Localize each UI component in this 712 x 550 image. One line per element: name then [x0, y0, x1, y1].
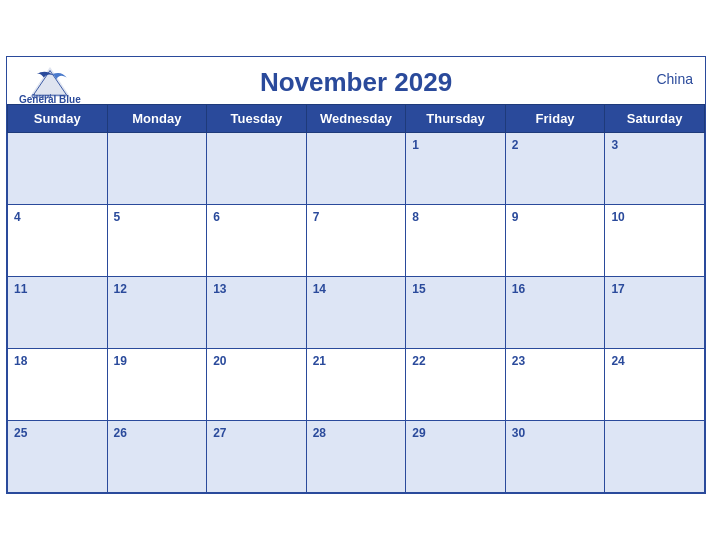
day-number: 16 — [512, 282, 525, 296]
header-monday: Monday — [107, 105, 207, 133]
day-number: 12 — [114, 282, 127, 296]
day-number: 28 — [313, 426, 326, 440]
header-saturday: Saturday — [605, 105, 705, 133]
calendar-day: 24 — [605, 349, 705, 421]
calendar-day: 1 — [406, 133, 506, 205]
calendar-day: 13 — [207, 277, 307, 349]
day-number: 23 — [512, 354, 525, 368]
calendar-day: 4 — [8, 205, 108, 277]
calendar-week-4: 18192021222324 — [8, 349, 705, 421]
calendar-week-5: 252627282930 — [8, 421, 705, 493]
calendar-day: 8 — [406, 205, 506, 277]
calendar-grid: Sunday Monday Tuesday Wednesday Thursday… — [7, 104, 705, 493]
calendar-day — [605, 421, 705, 493]
calendar-day: 28 — [306, 421, 406, 493]
day-number: 11 — [14, 282, 27, 296]
header-thursday: Thursday — [406, 105, 506, 133]
calendar-week-3: 11121314151617 — [8, 277, 705, 349]
calendar-day: 16 — [505, 277, 605, 349]
day-number: 17 — [611, 282, 624, 296]
calendar-day: 29 — [406, 421, 506, 493]
day-number: 18 — [14, 354, 27, 368]
calendar-week-1: 123 — [8, 133, 705, 205]
brand-logo-area: General General Blue — [19, 65, 81, 105]
day-number: 24 — [611, 354, 624, 368]
calendar-day: 7 — [306, 205, 406, 277]
day-number: 30 — [512, 426, 525, 440]
day-number: 20 — [213, 354, 226, 368]
calendar-week-2: 45678910 — [8, 205, 705, 277]
header-wednesday: Wednesday — [306, 105, 406, 133]
day-number: 29 — [412, 426, 425, 440]
brand-general: General Blue — [19, 95, 81, 105]
day-number: 19 — [114, 354, 127, 368]
calendar-day: 27 — [207, 421, 307, 493]
calendar-day — [107, 133, 207, 205]
day-number: 22 — [412, 354, 425, 368]
calendar-day: 18 — [8, 349, 108, 421]
calendar-day — [207, 133, 307, 205]
weekday-header-row: Sunday Monday Tuesday Wednesday Thursday… — [8, 105, 705, 133]
day-number: 21 — [313, 354, 326, 368]
day-number: 26 — [114, 426, 127, 440]
calendar-day: 3 — [605, 133, 705, 205]
country-label: China — [656, 71, 693, 87]
calendar: General General Blue November 2029 China… — [6, 56, 706, 494]
calendar-day: 17 — [605, 277, 705, 349]
calendar-day: 20 — [207, 349, 307, 421]
day-number: 9 — [512, 210, 519, 224]
calendar-day — [8, 133, 108, 205]
day-number: 3 — [611, 138, 618, 152]
calendar-day: 10 — [605, 205, 705, 277]
calendar-day: 12 — [107, 277, 207, 349]
calendar-day: 26 — [107, 421, 207, 493]
day-number: 4 — [14, 210, 21, 224]
calendar-day: 11 — [8, 277, 108, 349]
day-number: 1 — [412, 138, 419, 152]
calendar-title: November 2029 — [23, 67, 689, 98]
day-number: 14 — [313, 282, 326, 296]
calendar-day: 22 — [406, 349, 506, 421]
day-number: 15 — [412, 282, 425, 296]
day-number: 6 — [213, 210, 220, 224]
calendar-day: 21 — [306, 349, 406, 421]
calendar-day: 25 — [8, 421, 108, 493]
calendar-day: 2 — [505, 133, 605, 205]
calendar-header: General General Blue November 2029 China — [7, 57, 705, 104]
day-number: 25 — [14, 426, 27, 440]
calendar-day: 5 — [107, 205, 207, 277]
day-number: 10 — [611, 210, 624, 224]
day-number: 8 — [412, 210, 419, 224]
day-number: 2 — [512, 138, 519, 152]
calendar-day: 14 — [306, 277, 406, 349]
day-number: 27 — [213, 426, 226, 440]
day-number: 7 — [313, 210, 320, 224]
header-tuesday: Tuesday — [207, 105, 307, 133]
calendar-day: 9 — [505, 205, 605, 277]
calendar-day: 30 — [505, 421, 605, 493]
calendar-day: 6 — [207, 205, 307, 277]
calendar-day — [306, 133, 406, 205]
calendar-day: 15 — [406, 277, 506, 349]
calendar-day: 19 — [107, 349, 207, 421]
day-number: 13 — [213, 282, 226, 296]
day-number: 5 — [114, 210, 121, 224]
header-sunday: Sunday — [8, 105, 108, 133]
calendar-day: 23 — [505, 349, 605, 421]
header-friday: Friday — [505, 105, 605, 133]
